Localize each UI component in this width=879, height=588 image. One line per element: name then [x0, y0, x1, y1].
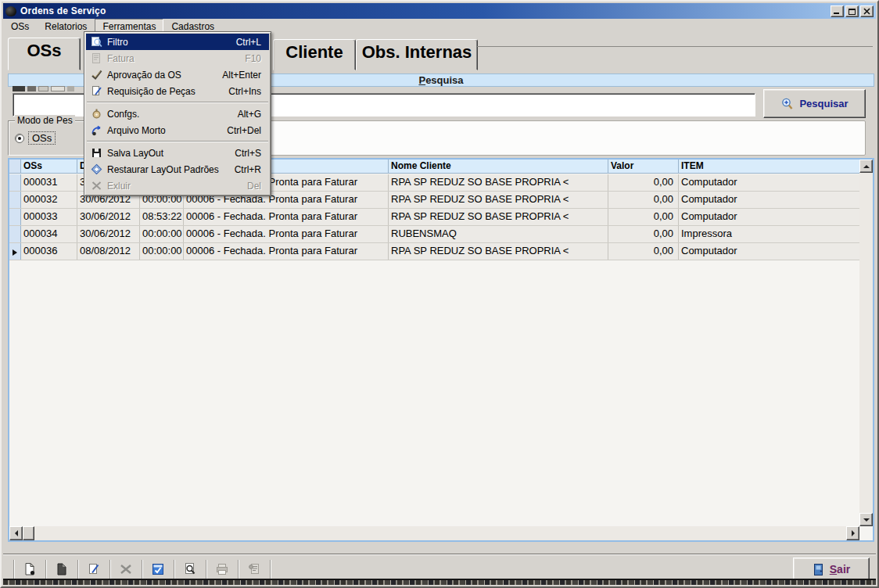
- invoice-button[interactable]: [241, 558, 267, 580]
- menu-separator: [87, 102, 268, 103]
- cell-hora: 08:53:22: [140, 209, 184, 225]
- grid-header-item[interactable]: ITEM: [679, 160, 859, 173]
- toolbar-separator: [174, 560, 174, 579]
- document-pencil-icon: [88, 85, 105, 97]
- menu-item-salva-layout[interactable]: Salva LayOut Ctrl+S: [86, 145, 269, 161]
- cell-valor: 0,00: [608, 192, 679, 208]
- grid-header-oss[interactable]: OSs: [21, 160, 77, 173]
- row-indicator: [9, 226, 21, 242]
- scroll-left-button[interactable]: [9, 526, 23, 540]
- menu-item-arquivo-morto[interactable]: Arquivo Morto Ctrl+Del: [86, 122, 269, 138]
- cell-valor: 0,00: [608, 209, 679, 225]
- row-indicator: [9, 174, 21, 191]
- cell-item: Computador: [679, 243, 859, 260]
- delete-os-button[interactable]: [113, 558, 139, 580]
- toolbar-separator: [206, 560, 206, 579]
- horizontal-scroll-thumb[interactable]: [23, 526, 34, 540]
- restore-layout-icon: [88, 163, 105, 175]
- preview-os-button[interactable]: [177, 558, 203, 580]
- cell-nome-cliente: RPA SP REDUZ SO BASE PROPRIA <: [389, 192, 608, 208]
- menu-item-restaurar-layout-padroes[interactable]: Restaurar LayOut Padrões Ctrl+R: [86, 161, 269, 177]
- cell-nome-cliente: RPA SP REDUZ SO BASE PROPRIA <: [389, 174, 608, 191]
- maximize-button[interactable]: [845, 5, 859, 17]
- horizontal-scrollbar[interactable]: [9, 526, 859, 540]
- menu-item-label: Fatura: [107, 53, 135, 64]
- cell-status: 00006 - Fechada. Pronta para Faturar: [184, 243, 389, 260]
- edit-os-button[interactable]: [48, 558, 75, 580]
- new-os-button[interactable]: [16, 558, 43, 580]
- approve-os-button[interactable]: [145, 558, 171, 580]
- close-button[interactable]: [860, 5, 874, 17]
- toolbar-separator: [238, 560, 239, 579]
- menu-item-label: Salva LayOut: [107, 148, 163, 159]
- minimize-icon: [834, 8, 841, 15]
- chip: [67, 86, 74, 91]
- cell-status: 00006 - Fechada. Pronta para Faturar: [184, 209, 389, 225]
- menu-item-confgs[interactable]: Confgs. Alt+G: [86, 106, 269, 122]
- arrow-right-icon: [852, 530, 855, 536]
- cell-os: 000033: [21, 209, 77, 225]
- modo-oss-radio[interactable]: [15, 134, 24, 143]
- new-document-icon: [23, 562, 37, 576]
- cell-nome-cliente: RUBENSMAQ: [389, 226, 608, 242]
- cell-os: 000036: [21, 243, 77, 260]
- menu-item-requisicao-de-pecas[interactable]: Requisição de Peças Ctrl+Ins: [86, 83, 269, 99]
- title-bar[interactable]: Ordens de Serviço: [3, 3, 876, 19]
- cell-status: 00006 - Fechada. Pronta para Faturar: [184, 226, 389, 242]
- document-magnifier-icon: [183, 562, 197, 576]
- tab-oss[interactable]: OSs: [8, 38, 81, 70]
- table-row-current[interactable]: 000036 08/08/2012 00:00:00 00006 - Fecha…: [9, 243, 859, 260]
- menu-item-shortcut: F10: [245, 53, 267, 64]
- menu-item-filtro[interactable]: Filtro Ctrl+L: [86, 34, 269, 50]
- menubar-item-oss[interactable]: OSs: [3, 19, 37, 33]
- sair-button[interactable]: Sair: [793, 558, 870, 581]
- ferramentas-menu: Filtro Ctrl+L Fatura F10 Aprovação da OS…: [84, 31, 271, 196]
- tab-cliente[interactable]: Cliente: [273, 39, 356, 70]
- pesquisar-button-label: Pesquisar: [799, 98, 848, 109]
- menu-item-shortcut: Alt+G: [238, 109, 267, 120]
- dark-document-icon: [55, 562, 69, 576]
- scroll-down-button[interactable]: [859, 513, 873, 526]
- modo-oss-radio-label[interactable]: OSs: [28, 131, 56, 145]
- cell-valor: 0,00: [608, 243, 679, 260]
- toolbar-separator: [142, 560, 142, 579]
- checkbox-icon: [151, 562, 165, 576]
- os-grid: OSs Data Nome Cliente Valor ITEM 000031 …: [8, 158, 874, 542]
- sair-button-label: Sair: [830, 563, 850, 575]
- table-row[interactable]: 000033 30/06/2012 08:53:22 00006 - Fecha…: [9, 209, 859, 226]
- sair-accel: S: [830, 563, 837, 575]
- menu-item-label: Aprovação da OS: [107, 70, 181, 81]
- menu-item-aprovacao-da-os[interactable]: Aprovação da OS Alt+Enter: [86, 66, 269, 83]
- archive-icon: [88, 124, 105, 136]
- menu-item-label: Restaurar LayOut Padrões: [107, 164, 219, 175]
- x-icon: [119, 562, 133, 576]
- minimize-button[interactable]: [831, 5, 844, 17]
- sair-rest: air: [837, 563, 850, 575]
- x-icon: [88, 180, 105, 192]
- app-icon: [5, 6, 16, 16]
- scroll-up-button[interactable]: [859, 160, 873, 173]
- print-os-button[interactable]: [209, 558, 235, 580]
- grid-header-nome-cliente[interactable]: Nome Cliente: [389, 160, 608, 173]
- maximize-icon: [849, 8, 856, 15]
- scroll-right-button[interactable]: [846, 526, 859, 540]
- pesquisar-button[interactable]: Pesquisar: [763, 89, 866, 118]
- table-row[interactable]: 000034 30/06/2012 00:00:00 00006 - Fecha…: [9, 226, 859, 243]
- arrow-up-icon: [863, 165, 870, 168]
- search-options-panel: [267, 120, 866, 156]
- chip: [38, 86, 48, 91]
- cell-item: Impressora: [679, 226, 859, 242]
- menu-item-label: Arquivo Morto: [107, 125, 166, 136]
- menu-item-shortcut: Ctrl+L: [236, 37, 267, 48]
- current-row-arrow-icon: [13, 249, 17, 256]
- vertical-scrollbar[interactable]: [859, 160, 873, 526]
- modify-os-button[interactable]: [81, 558, 107, 580]
- cell-hora: 00:00:00: [140, 243, 184, 260]
- cell-hora: 00:00:00: [140, 226, 184, 242]
- menu-separator: [87, 141, 268, 142]
- tab-obs-internas[interactable]: Obs. Internas: [356, 39, 478, 70]
- menu-item-shortcut: Alt+Enter: [222, 70, 267, 81]
- grid-header-valor[interactable]: Valor: [608, 160, 679, 173]
- menu-item-label: Exluir: [107, 181, 131, 192]
- row-indicator: [9, 209, 21, 225]
